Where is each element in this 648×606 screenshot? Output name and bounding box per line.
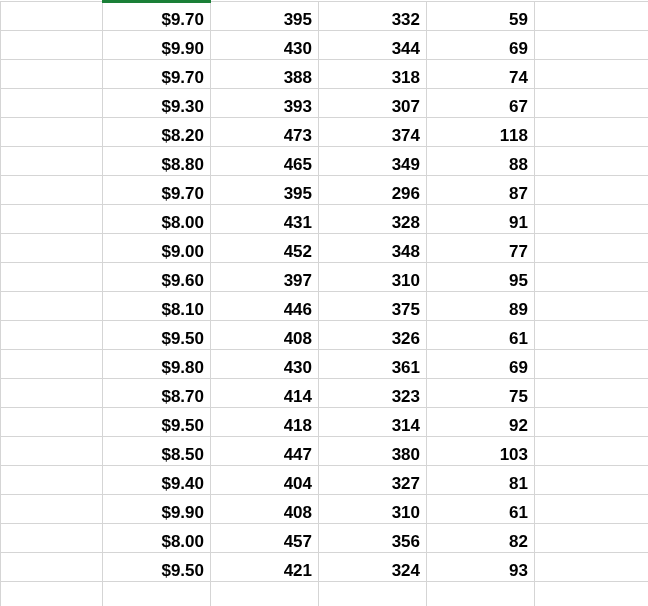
cell[interactable]: $9.40 [103, 466, 211, 495]
cell[interactable]: 103 [427, 437, 535, 466]
cell[interactable]: 374 [319, 118, 427, 147]
cell[interactable] [535, 379, 649, 408]
cell[interactable]: 310 [319, 263, 427, 292]
cell[interactable]: $9.60 [103, 263, 211, 292]
cell[interactable]: $9.90 [103, 31, 211, 60]
cell[interactable]: 61 [427, 495, 535, 524]
cell[interactable]: 421 [211, 553, 319, 582]
cell[interactable]: 404 [211, 466, 319, 495]
cell[interactable] [1, 89, 103, 118]
cell[interactable]: 380 [319, 437, 427, 466]
cell[interactable]: $8.20 [103, 118, 211, 147]
cell[interactable]: 388 [211, 60, 319, 89]
cell[interactable]: 430 [211, 31, 319, 60]
cell[interactable]: 414 [211, 379, 319, 408]
cell[interactable] [535, 89, 649, 118]
cell[interactable] [535, 408, 649, 437]
cell[interactable]: 81 [427, 466, 535, 495]
cell[interactable]: 324 [319, 553, 427, 582]
cell[interactable]: 327 [319, 466, 427, 495]
spreadsheet-grid[interactable]: $9.7039533259$9.9043034469$9.7038831874$… [0, 0, 648, 606]
cell[interactable]: $9.00 [103, 234, 211, 263]
cell[interactable]: 88 [427, 147, 535, 176]
cell[interactable]: $8.00 [103, 205, 211, 234]
cell[interactable] [1, 408, 103, 437]
cell[interactable] [535, 176, 649, 205]
cell[interactable]: 446 [211, 292, 319, 321]
cell[interactable]: $9.70 [103, 2, 211, 31]
cell[interactable]: 318 [319, 60, 427, 89]
cell[interactable]: 310 [319, 495, 427, 524]
cell[interactable] [1, 147, 103, 176]
cell[interactable]: 356 [319, 524, 427, 553]
cell[interactable]: 59 [427, 2, 535, 31]
cell[interactable]: 69 [427, 31, 535, 60]
cell[interactable]: 332 [319, 2, 427, 31]
cell[interactable] [535, 2, 649, 31]
cell[interactable] [535, 437, 649, 466]
cell[interactable] [535, 234, 649, 263]
cell[interactable]: 92 [427, 408, 535, 437]
cell[interactable]: 344 [319, 31, 427, 60]
cell[interactable]: $8.10 [103, 292, 211, 321]
cell[interactable]: 74 [427, 60, 535, 89]
cell[interactable]: 89 [427, 292, 535, 321]
cell[interactable] [1, 321, 103, 350]
cell[interactable] [1, 118, 103, 147]
cell[interactable]: 87 [427, 176, 535, 205]
cell[interactable] [1, 350, 103, 379]
cell[interactable] [535, 582, 649, 607]
cell[interactable]: 395 [211, 176, 319, 205]
cell[interactable] [535, 350, 649, 379]
cell[interactable] [1, 292, 103, 321]
cell[interactable]: $9.70 [103, 176, 211, 205]
cell[interactable]: 69 [427, 350, 535, 379]
cell[interactable]: 361 [319, 350, 427, 379]
cell[interactable]: 447 [211, 437, 319, 466]
cell[interactable] [1, 176, 103, 205]
cell[interactable] [1, 205, 103, 234]
cell[interactable]: $9.90 [103, 495, 211, 524]
cell[interactable]: 452 [211, 234, 319, 263]
cell[interactable] [211, 582, 319, 607]
cell[interactable]: 349 [319, 147, 427, 176]
cell[interactable] [1, 31, 103, 60]
cell[interactable]: 395 [211, 2, 319, 31]
cell[interactable]: 328 [319, 205, 427, 234]
cell[interactable]: $8.70 [103, 379, 211, 408]
cell[interactable] [535, 495, 649, 524]
cell[interactable]: 75 [427, 379, 535, 408]
cell[interactable] [1, 234, 103, 263]
cell[interactable] [1, 495, 103, 524]
cell[interactable] [1, 263, 103, 292]
cell[interactable] [535, 205, 649, 234]
cell[interactable]: 473 [211, 118, 319, 147]
cell[interactable] [1, 466, 103, 495]
cell[interactable]: 431 [211, 205, 319, 234]
cell[interactable] [535, 147, 649, 176]
cell[interactable] [1, 524, 103, 553]
cell[interactable] [535, 466, 649, 495]
cell[interactable]: 307 [319, 89, 427, 118]
cell[interactable] [535, 263, 649, 292]
cell[interactable] [1, 582, 103, 607]
cell[interactable]: $9.50 [103, 321, 211, 350]
cell[interactable] [535, 31, 649, 60]
cell[interactable]: 465 [211, 147, 319, 176]
cell[interactable]: 430 [211, 350, 319, 379]
cell[interactable] [427, 582, 535, 607]
cell[interactable]: 348 [319, 234, 427, 263]
cell[interactable]: $9.50 [103, 408, 211, 437]
cell[interactable] [535, 118, 649, 147]
cell[interactable] [535, 524, 649, 553]
cell[interactable]: 93 [427, 553, 535, 582]
cell[interactable] [1, 437, 103, 466]
cell[interactable]: 326 [319, 321, 427, 350]
cell[interactable]: $9.70 [103, 60, 211, 89]
cell[interactable] [1, 379, 103, 408]
cell[interactable]: 296 [319, 176, 427, 205]
cell[interactable] [535, 553, 649, 582]
cell[interactable]: 397 [211, 263, 319, 292]
cell[interactable]: 67 [427, 89, 535, 118]
cell[interactable]: 314 [319, 408, 427, 437]
